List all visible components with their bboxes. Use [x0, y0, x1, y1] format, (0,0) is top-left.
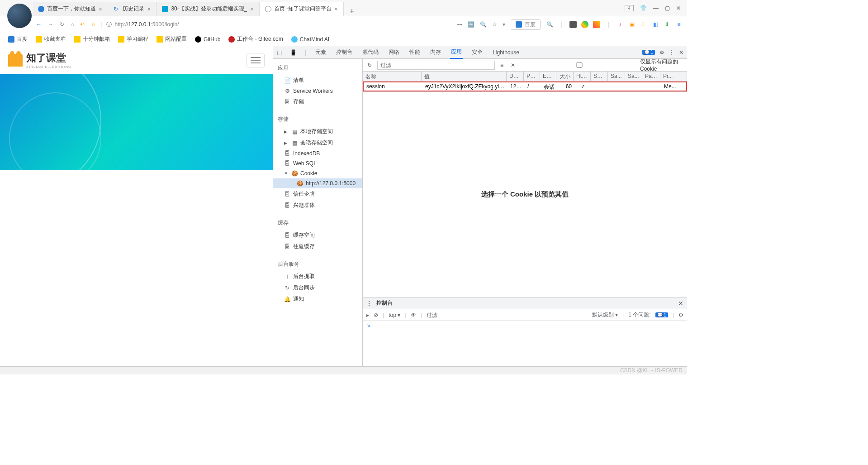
filter-icon[interactable]: ≡	[498, 62, 505, 68]
bookmark-favorites[interactable]: 收藏夹栏	[36, 35, 66, 43]
refresh-icon[interactable]: ↻	[365, 62, 374, 68]
checkbox[interactable]	[521, 62, 638, 68]
favorite-button[interactable]: ☆	[91, 21, 96, 28]
col-path[interactable]: Path	[524, 72, 540, 81]
tab-application[interactable]: 应用	[450, 46, 463, 59]
site-logo[interactable]: 知了课堂 ZHILIAO E-LEARNING	[8, 51, 71, 69]
tab-elements[interactable]: 元素	[314, 46, 327, 59]
minimize-button[interactable]: —	[653, 5, 659, 11]
tab-memory[interactable]: 内存	[429, 46, 442, 59]
tab-performance[interactable]: 性能	[408, 46, 421, 59]
tab-security[interactable]: 安全	[471, 46, 484, 59]
undo-button[interactable]: ↶	[80, 21, 85, 28]
sidebar-item-bfcache[interactable]: 🗄往返缓存	[273, 241, 362, 252]
sidebar-item-websql[interactable]: 🗄Web SQL	[273, 158, 362, 168]
sidebar-item-cookie-origin[interactable]: 🍪http://127.0.0.1:5000	[273, 178, 362, 188]
tab-sources[interactable]: 源代码	[361, 46, 379, 59]
sidebar-item-bg-sync[interactable]: ↻后台同步	[273, 282, 362, 293]
sidebar-item-storage[interactable]: 🗄存储	[273, 96, 362, 107]
horizontal-scrollbar[interactable]	[0, 366, 687, 374]
col-partition[interactable]: Part...	[642, 72, 660, 81]
search-engine-selector[interactable]: 百度	[511, 19, 541, 30]
col-httponly[interactable]: Htt...	[574, 72, 591, 81]
clear-console-icon[interactable]: ⊘	[374, 312, 378, 318]
settings-icon[interactable]: ⚙	[659, 49, 664, 56]
context-selector[interactable]: top ▾	[389, 312, 400, 318]
log-level-selector[interactable]: 默认级别 ▾	[592, 311, 618, 319]
close-icon[interactable]: ×	[147, 5, 151, 13]
close-icon[interactable]: ×	[250, 5, 253, 13]
col-samesite[interactable]: Sa...	[608, 72, 625, 81]
inspect-icon[interactable]: ⬚	[277, 49, 282, 56]
col-domain[interactable]: Do...	[507, 72, 524, 81]
col-size[interactable]: 大小	[556, 72, 574, 81]
close-devtools-icon[interactable]: ✕	[679, 49, 683, 56]
tab-zhiliao[interactable]: 首页 -知了课堂问答平台 ×	[260, 2, 344, 16]
console-body[interactable]: >	[363, 321, 687, 366]
dropdown-icon[interactable]: ▾	[503, 21, 505, 28]
sidebar-item-trust-tokens[interactable]: 🗄信任令牌	[273, 188, 362, 200]
bookmark-chatmind[interactable]: ChatMind AI	[291, 36, 329, 43]
tab-network[interactable]: 网络	[388, 46, 400, 59]
bookmark-10min-mail[interactable]: 十分钟邮箱	[74, 35, 110, 43]
col-sameparty[interactable]: Sa...	[625, 72, 642, 81]
close-button[interactable]: ✕	[676, 5, 681, 11]
col-expires[interactable]: Exp...	[540, 72, 556, 81]
message-badge[interactable]: 💬 1	[642, 50, 655, 55]
sidebar-item-sessionstorage[interactable]: ▶▦会话存储空间	[273, 137, 362, 149]
bookmark-learn-coding[interactable]: 学习编程	[118, 35, 148, 43]
bookmark-gitee[interactable]: 工作台 - Gitee.com	[228, 35, 283, 43]
ext-icon-2[interactable]	[581, 21, 588, 28]
sidebar-item-manifest[interactable]: 📄清单	[273, 75, 362, 86]
key-icon[interactable]: ⊶	[457, 21, 462, 28]
tab-baidu[interactable]: 百度一下，你就知道 ×	[33, 2, 108, 16]
image-icon[interactable]: ▣	[628, 21, 636, 28]
sidebar-item-sw[interactable]: ⚙Service Workers	[273, 86, 362, 96]
filter-input[interactable]	[377, 61, 495, 70]
translate-icon[interactable]: 🔤	[468, 21, 474, 28]
ext-icon-1[interactable]	[569, 21, 577, 28]
issues-badge[interactable]: 💬 1	[655, 312, 668, 317]
menu-icon[interactable]: ≡	[675, 21, 683, 28]
search-icon[interactable]: 🔍	[480, 21, 487, 28]
sidebar-item-interest-groups[interactable]: 🗄兴趣群体	[273, 200, 362, 211]
sidebar-item-notifications[interactable]: 🔔通知	[273, 293, 362, 305]
hamburger-menu[interactable]	[247, 53, 265, 67]
sidebar-item-cache-storage[interactable]: 🗄缓存空间	[273, 230, 362, 241]
moon-icon[interactable]: ☾	[640, 21, 647, 28]
sidebar-item-bg-fetch[interactable]: ↕后台提取	[273, 271, 362, 282]
close-icon[interactable]: ×	[99, 5, 102, 13]
tab-history[interactable]: ↻ 历史记录 ×	[108, 2, 157, 16]
sidebar-item-localstorage[interactable]: ▶▦本地存储空间	[273, 126, 362, 137]
profile-avatar[interactable]	[7, 4, 32, 28]
more-icon[interactable]: ⋮	[669, 49, 674, 56]
drawer-menu-icon[interactable]: ⋮	[366, 300, 372, 307]
forward-button[interactable]: →	[48, 21, 53, 28]
close-icon[interactable]: ×	[334, 5, 338, 13]
music-icon[interactable]: ♪	[617, 21, 624, 28]
col-value[interactable]: 值	[422, 72, 507, 81]
back-button[interactable]: ←	[36, 21, 42, 28]
drawer-close-icon[interactable]: ✕	[678, 300, 683, 307]
wardrobe-icon[interactable]: 👕	[640, 5, 647, 11]
ext-icon-3[interactable]	[593, 21, 600, 28]
col-priority[interactable]: Pr...	[660, 72, 687, 81]
device-toggle-icon[interactable]: 📱	[290, 49, 297, 56]
console-settings-icon[interactable]: ⚙	[678, 312, 683, 318]
maximize-button[interactable]: ▢	[665, 5, 670, 11]
col-name[interactable]: 名称	[363, 72, 422, 81]
clear-icon[interactable]: ✕	[509, 62, 517, 68]
sidebar-item-cookies[interactable]: ▼🍪Cookie	[273, 168, 362, 178]
reload-button[interactable]: ↻	[60, 21, 64, 28]
bookmark-site-config[interactable]: 网站配置	[157, 35, 187, 43]
tab-console[interactable]: 控制台	[335, 46, 353, 59]
console-sidebar-icon[interactable]: ▸	[366, 312, 369, 318]
tab-lighthouse[interactable]: Lighthouse	[492, 46, 520, 59]
new-tab-button[interactable]: +	[344, 7, 360, 16]
tab-bilibili[interactable]: 30-【实战】登录功能后端实现_ ×	[157, 2, 259, 16]
window-count-badge[interactable]: 4	[625, 5, 634, 11]
only-issues-checkbox[interactable]: 仅显示有问题的 Cookie	[521, 59, 684, 72]
cookie-row-session[interactable]: session eyJ1c2VyX2IkIjoxfQ.ZEkyog.yiJW..…	[363, 81, 687, 91]
sidebar-item-indexeddb[interactable]: 🗄IndexedDB	[273, 149, 362, 158]
crop-icon[interactable]: ◧	[652, 21, 659, 28]
